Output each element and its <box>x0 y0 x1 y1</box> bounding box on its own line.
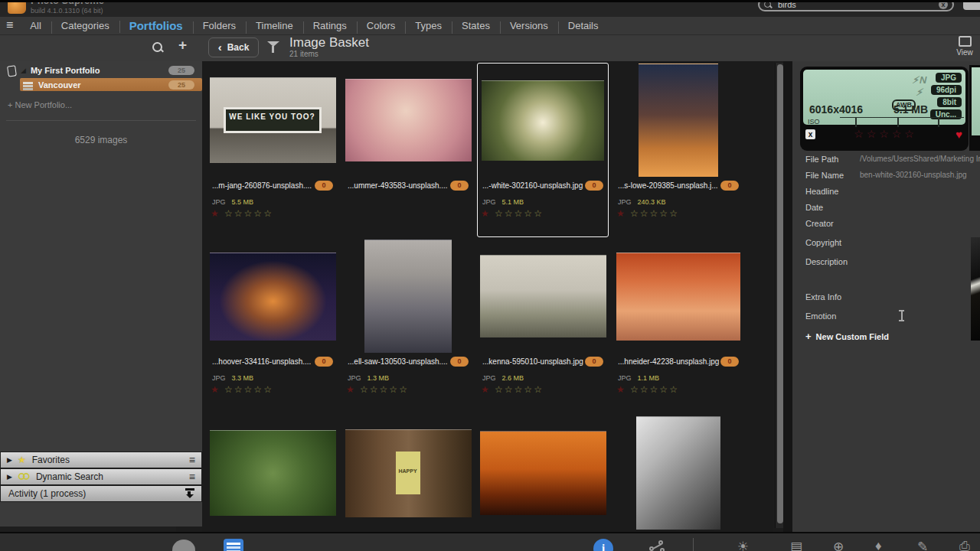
tab-versions[interactable]: Versions <box>500 20 558 31</box>
thumbnail-tile[interactable]: ...hneider-42238-unsplash.jpg0JPG1.1 MB★… <box>612 239 744 413</box>
flag-star-icon[interactable]: ★ <box>481 208 491 219</box>
dock-divider <box>693 538 694 551</box>
collection-name[interactable]: Vancouver <box>38 80 168 90</box>
field-value[interactable] <box>860 219 980 228</box>
back-button[interactable]: ‹ Back <box>208 37 259 57</box>
sidebar-search-icon[interactable] <box>152 41 164 54</box>
flag-star-icon[interactable]: ★ <box>211 384 220 395</box>
tab-states[interactable]: States <box>452 20 500 31</box>
photo-thumbnail[interactable] <box>636 416 720 530</box>
info-icon[interactable]: i <box>593 539 613 551</box>
tile-rating-stars[interactable]: ★ ☆☆☆☆☆ <box>613 382 743 395</box>
thumbnail-tile[interactable]: ...-white-302160-unsplash.jpg0JPG5.1 MB★… <box>477 63 609 237</box>
version-count-badge: 0 <box>585 181 603 191</box>
filesize-value: 5.1 MB <box>893 103 928 116</box>
photo-thumbnail[interactable] <box>616 253 740 341</box>
download-activity-icon[interactable] <box>185 488 195 499</box>
photo-thumbnail[interactable]: WE LIKE YOU TOO? <box>210 77 336 163</box>
flag-star-icon[interactable]: ★ <box>346 384 356 395</box>
tab-portfolios[interactable]: Portfolios <box>119 19 193 32</box>
dynamic-search-panel-header[interactable]: ▶ Dynamic Search ≡ <box>0 468 202 485</box>
view-button[interactable]: View <box>952 36 978 57</box>
flag-star-icon[interactable]: ★ <box>211 208 220 219</box>
portfolio-name[interactable]: My First Portfolio <box>31 66 168 75</box>
expand-triangle-icon[interactable]: ◢ <box>21 67 26 74</box>
thumbnail-tile[interactable]: ...kenna-595010-unsplash.jpg0JPG2.6 MB★ … <box>477 239 609 413</box>
panel-menu-icon[interactable]: ≡ <box>189 471 195 483</box>
tree-item-vancouver[interactable]: Vancouver 25 <box>20 78 202 91</box>
book-icon[interactable]: ▤ <box>790 539 802 551</box>
thumbnail-tile[interactable]: ...ummer-493583-unsplash....0 <box>342 63 474 237</box>
field-value[interactable]: /Volumes/UsersShared/Marketing Ir <box>860 155 980 164</box>
thumbnail-tile[interactable]: HAPPY...osh-felise-70105-unsplash...0 <box>342 416 474 532</box>
thumbnail-tile[interactable]: ...evgen-587631-unsplash.j...0 <box>207 416 338 532</box>
print-icon[interactable]: ⎙ <box>959 539 970 551</box>
photo-sign-text: WE LIKE YOU TOO? <box>224 107 322 133</box>
section-label-emotion[interactable]: Emotion <box>792 311 980 321</box>
photo-thumbnail[interactable] <box>364 240 452 353</box>
thumbnail-tile[interactable]: ...uzman-388866-unsplash...0 <box>477 416 609 532</box>
field-value[interactable] <box>860 203 980 212</box>
field-value[interactable]: ben-white-302160-unsplash.jpg <box>860 171 980 180</box>
photo-thumbnail[interactable] <box>210 253 336 341</box>
new-custom-field-button[interactable]: +New Custom Field <box>792 331 980 342</box>
sidebar-add-icon[interactable]: + <box>178 37 187 54</box>
tab-colors[interactable]: Colors <box>357 20 406 31</box>
photo-thumbnail[interactable] <box>639 64 718 177</box>
tile-rating-stars[interactable]: ★ ☆☆☆☆☆ <box>478 382 608 395</box>
close-icon[interactable]: x <box>805 129 815 139</box>
tile-rating-stars[interactable]: ★ ☆☆☆☆☆ <box>478 206 608 219</box>
scrollbar-thumb[interactable] <box>777 64 783 523</box>
filter-funnel-icon[interactable] <box>266 40 280 54</box>
field-value[interactable] <box>860 238 980 247</box>
tab-types[interactable]: Types <box>405 20 452 31</box>
tile-rating-stars[interactable]: ★ ☆☆☆☆☆ <box>343 382 473 395</box>
tree-item-my-first-portfolio[interactable]: ◢ My First Portfolio 25 <box>0 64 202 77</box>
field-row-file-path: File Path/Volumes/UsersShared/Marketing … <box>792 155 980 164</box>
panel-menu-icon[interactable]: ≡ <box>189 454 195 466</box>
photo-thumbnail[interactable]: HAPPY <box>345 429 472 517</box>
thumbnail-view-icon[interactable] <box>224 539 243 551</box>
field-value[interactable] <box>860 257 980 266</box>
tab-timeline[interactable]: Timeline <box>246 20 303 31</box>
thumbnail-tile[interactable]: ...ell-saw-130503-unsplash....0JPG1.3 MB… <box>342 239 474 413</box>
photo-thumbnail[interactable] <box>480 431 606 515</box>
tab-categories[interactable]: Categories <box>51 20 119 31</box>
flag-star-icon[interactable]: ★ <box>481 384 491 395</box>
thumbnail-tile[interactable]: WE LIKE YOU TOO?...m-jang-260876-unsplas… <box>207 63 338 237</box>
tile-rating-stars[interactable]: ★ ☆☆☆☆☆ <box>613 206 743 219</box>
flag-star-icon[interactable]: ★ <box>616 384 626 395</box>
expand-triangle-icon[interactable]: ▶ <box>7 456 12 464</box>
photo-thumbnail[interactable] <box>480 255 606 337</box>
image-basket-grid: WE LIKE YOU TOO?...m-jang-260876-unsplas… <box>202 61 773 532</box>
field-value[interactable] <box>860 187 980 196</box>
tab-all[interactable]: All <box>20 20 51 31</box>
share-icon[interactable] <box>649 540 666 551</box>
globe-icon[interactable]: ⊕ <box>833 539 844 551</box>
tab-folders[interactable]: Folders <box>193 20 246 31</box>
rating-stars[interactable]: ☆☆☆☆☆ <box>815 128 956 140</box>
grid-scrollbar[interactable] <box>775 63 783 528</box>
photo-thumbnail[interactable] <box>482 80 604 161</box>
map-pin-icon[interactable]: ♦ <box>875 539 882 551</box>
activity-panel-header[interactable]: Activity (1 process) <box>0 485 202 502</box>
photo-thumbnail[interactable] <box>210 430 336 516</box>
tile-rating-stars[interactable]: ★ ☆☆☆☆☆ <box>207 382 338 395</box>
photo-thumbnail[interactable] <box>345 79 472 161</box>
menu-icon[interactable]: ≡ <box>6 18 13 32</box>
expand-triangle-icon[interactable]: ▶ <box>7 473 12 481</box>
flag-star-icon[interactable]: ★ <box>616 208 626 219</box>
section-label-extra-info: Extra Info <box>792 292 980 302</box>
thumbnail-tile[interactable]: ...hoover-334116-unsplash....0JPG3.3 MB★… <box>207 239 338 413</box>
heart-icon[interactable]: ♥ <box>956 128 962 141</box>
new-portfolio-button[interactable]: + New Portfolio... <box>8 100 202 109</box>
favorites-panel-header[interactable]: ▶ ★ Favorites ≡ <box>0 452 202 468</box>
dock-circle-icon[interactable] <box>172 540 195 551</box>
tab-details[interactable]: Details <box>558 20 609 31</box>
tile-rating-stars[interactable]: ★ ☆☆☆☆☆ <box>207 206 338 219</box>
tab-ratings[interactable]: Ratings <box>303 20 357 31</box>
light-table-icon[interactable]: ☀ <box>737 539 749 551</box>
thumbnail-tile[interactable]: ...s-lowe-209385-unsplash.j...0JPG240.3 … <box>612 63 744 237</box>
thumbnail-tile[interactable]: ...meller-140578-unsplash...0 <box>612 416 744 532</box>
edit-pen-icon[interactable]: ✎ <box>917 539 928 551</box>
